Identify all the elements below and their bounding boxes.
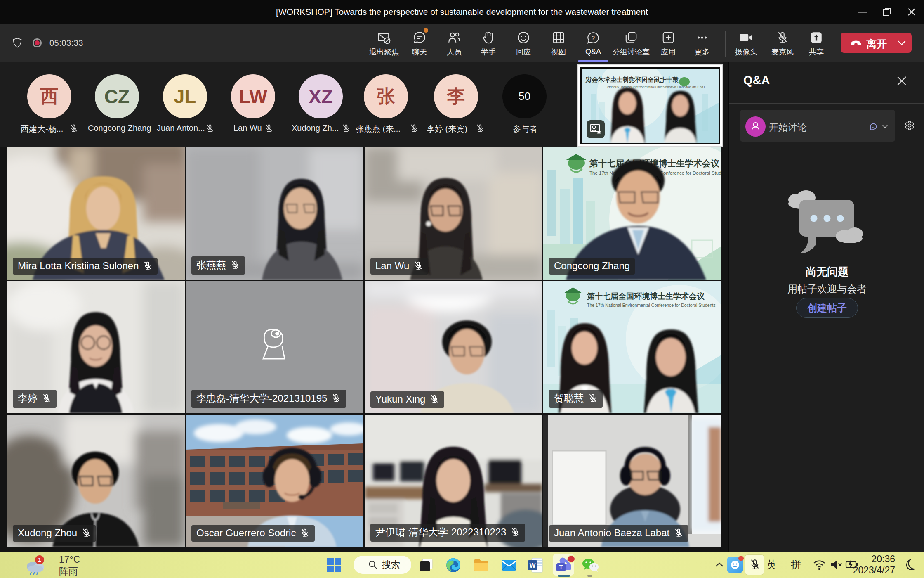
svg-text:W: W: [529, 562, 536, 569]
svg-text:第十七届全国环境博士生学术会议: 第十七届全国环境博士生学术会议: [585, 76, 679, 83]
svg-text:The 17th National Environmenta: The 17th National Environmental Conferen…: [587, 303, 716, 308]
svg-text:T: T: [559, 564, 563, 571]
svg-text:The 17th National Environmenta: The 17th National Environmental Conferen…: [607, 85, 705, 89]
svg-text:1: 1: [38, 556, 41, 563]
svg-text:第十七届全国环境博士生学术会议: 第十七届全国环境博士生学术会议: [587, 292, 705, 301]
svg-text:?: ?: [592, 35, 595, 41]
